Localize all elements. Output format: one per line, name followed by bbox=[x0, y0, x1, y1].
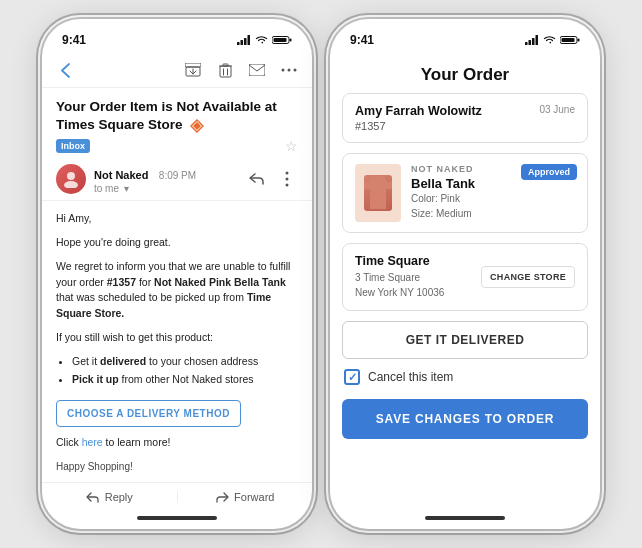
right-signal-icon bbox=[525, 35, 539, 45]
svg-rect-10 bbox=[220, 66, 231, 77]
svg-point-25 bbox=[286, 184, 289, 187]
right-phone-content: Your Order Amy Farrah Wolowitz 03 June #… bbox=[330, 53, 600, 511]
right-phone: 9:41 bbox=[330, 19, 600, 529]
scene: 9:41 bbox=[22, 0, 620, 548]
svg-point-17 bbox=[288, 69, 291, 72]
email-sender-row: Not Naked 8:09 PM to me ▾ bbox=[42, 158, 312, 201]
email-subject: Your Order Item is Not Available at Time… bbox=[56, 98, 298, 134]
store-name: Time Square bbox=[355, 254, 444, 268]
order-content: Amy Farrah Wolowitz 03 June #1357 bbox=[330, 93, 600, 511]
here-link[interactable]: here bbox=[82, 436, 103, 448]
get-delivered-button[interactable]: GET IT DELIVERED bbox=[342, 321, 588, 359]
email-reply-bar: Reply Forward bbox=[42, 482, 312, 511]
store-card: Time Square 3 Time Square New York NY 10… bbox=[342, 243, 588, 311]
sender-time: 8:09 PM bbox=[159, 170, 196, 181]
left-status-icons bbox=[237, 35, 292, 45]
product-tank-svg bbox=[364, 175, 392, 211]
svg-point-23 bbox=[286, 172, 289, 175]
svg-rect-26 bbox=[525, 42, 528, 45]
reply-button[interactable]: Reply bbox=[42, 491, 177, 503]
sender-avatar bbox=[56, 164, 86, 194]
email-actions bbox=[246, 168, 298, 190]
email-toolbar bbox=[42, 53, 312, 88]
svg-rect-31 bbox=[578, 39, 580, 42]
sender-name: Not Naked bbox=[94, 169, 148, 181]
para3: If you still wish to get this product: bbox=[56, 330, 298, 346]
bullet1: Get it delivered to your chosen address bbox=[72, 354, 298, 370]
product-card: NOT NAKED Bella Tank Color: Pink Size: M… bbox=[342, 153, 588, 233]
save-order-button[interactable]: SAVE CHANGES TO ORDER bbox=[342, 399, 588, 439]
svg-point-24 bbox=[286, 178, 289, 181]
store-address-line2: New York NY 10036 bbox=[355, 285, 444, 300]
right-status-icons bbox=[525, 35, 580, 45]
choose-delivery-button[interactable]: CHOOSE A DELIVERY METHOD bbox=[56, 400, 241, 427]
change-store-button[interactable]: CHANGE STORE bbox=[481, 266, 575, 288]
right-battery-icon bbox=[560, 35, 580, 45]
sender-to: to me ▾ bbox=[94, 183, 246, 194]
delivery-icon bbox=[190, 119, 204, 133]
svg-rect-15 bbox=[249, 64, 265, 76]
svg-rect-3 bbox=[248, 35, 251, 45]
inbox-badge: Inbox bbox=[56, 139, 90, 153]
order-title: Your Order bbox=[346, 65, 584, 85]
right-notch bbox=[410, 19, 520, 41]
approved-badge: Approved bbox=[521, 164, 577, 180]
forward-label: Forward bbox=[234, 491, 274, 503]
archive-icon[interactable] bbox=[182, 59, 204, 81]
left-notch bbox=[122, 19, 232, 41]
svg-rect-12 bbox=[223, 64, 228, 66]
svg-point-22 bbox=[64, 181, 78, 188]
star-icon[interactable]: ☆ bbox=[285, 138, 298, 154]
sender-info: Not Naked 8:09 PM to me ▾ bbox=[94, 165, 246, 194]
delete-icon[interactable] bbox=[214, 59, 236, 81]
forward-button[interactable]: Forward bbox=[178, 491, 313, 503]
email-toolbar-actions bbox=[182, 59, 300, 81]
back-button[interactable] bbox=[54, 59, 76, 81]
left-time: 9:41 bbox=[62, 33, 86, 47]
para2: We regret to inform you that we are unab… bbox=[56, 259, 298, 322]
signal-icon bbox=[237, 35, 251, 45]
order-header: Your Order bbox=[330, 53, 600, 93]
left-home-bar bbox=[42, 511, 312, 529]
right-time: 9:41 bbox=[350, 33, 374, 47]
svg-point-21 bbox=[67, 172, 75, 180]
svg-rect-27 bbox=[529, 40, 532, 45]
email-subject-meta: Inbox ☆ bbox=[56, 138, 298, 154]
left-phone: 9:41 bbox=[42, 19, 312, 529]
mail-icon[interactable] bbox=[246, 59, 268, 81]
product-image bbox=[355, 164, 401, 222]
svg-rect-6 bbox=[274, 38, 287, 42]
order-number: #1357 bbox=[355, 120, 575, 132]
greeting: Hi Amy, bbox=[56, 211, 298, 227]
email-subject-text: Your Order Item is Not Available at Time… bbox=[56, 99, 277, 132]
svg-rect-7 bbox=[185, 63, 201, 67]
bullet2: Pick it up from other Not Naked stores bbox=[72, 372, 298, 388]
svg-point-18 bbox=[294, 69, 297, 72]
customer-name: Amy Farrah Wolowitz bbox=[355, 104, 482, 118]
product-size: Size: Medium bbox=[411, 206, 575, 221]
para1: Hope you're doing great. bbox=[56, 235, 298, 251]
svg-rect-2 bbox=[244, 38, 247, 45]
reply-label: Reply bbox=[105, 491, 133, 503]
svg-rect-32 bbox=[562, 38, 575, 42]
email-footer: Happy Shopping! Emily Cooper Not Naked C… bbox=[56, 459, 298, 482]
cancel-row: ✓ Cancel this item bbox=[342, 369, 588, 385]
battery-icon bbox=[272, 35, 292, 45]
cancel-label: Cancel this item bbox=[368, 370, 453, 384]
svg-point-16 bbox=[282, 69, 285, 72]
cancel-checkbox[interactable]: ✓ bbox=[344, 369, 360, 385]
click-text: Click here to learn more! bbox=[56, 435, 298, 451]
product-image-inner bbox=[364, 175, 392, 211]
bullet-list: Get it delivered to your chosen address … bbox=[72, 354, 298, 389]
store-info: Time Square 3 Time Square New York NY 10… bbox=[355, 254, 444, 300]
right-wifi-icon bbox=[543, 35, 556, 45]
checkbox-check: ✓ bbox=[348, 371, 357, 384]
svg-rect-1 bbox=[241, 40, 244, 45]
customer-card: Amy Farrah Wolowitz 03 June #1357 bbox=[342, 93, 588, 143]
email-more-icon[interactable] bbox=[276, 168, 298, 190]
email-body: Hi Amy, Hope you're doing great. We regr… bbox=[42, 201, 312, 482]
right-home-bar bbox=[330, 511, 600, 529]
reply-icon[interactable] bbox=[246, 168, 268, 190]
email-subject-row: Your Order Item is Not Available at Time… bbox=[42, 88, 312, 158]
more-icon[interactable] bbox=[278, 59, 300, 81]
